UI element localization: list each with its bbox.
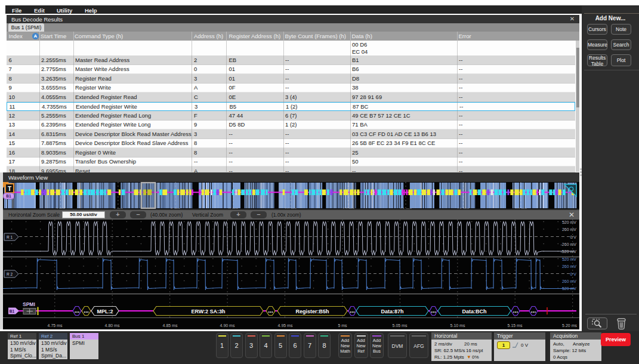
svg-text:4.75 ms: 4.75 ms — [48, 323, 63, 328]
svg-text:260 mV: 260 mV — [562, 279, 576, 283]
svg-text:-520 mV: -520 mV — [561, 249, 577, 254]
svg-text:4.85 ms: 4.85 ms — [163, 323, 178, 328]
svg-text:260 mV: 260 mV — [562, 227, 576, 232]
svg-text:-260 mV: -260 mV — [561, 242, 577, 246]
svg-text:5.15 ms: 5.15 ms — [508, 323, 523, 328]
svg-text:Data:87h: Data:87h — [381, 309, 403, 314]
svg-text:4.90 ms: 4.90 ms — [220, 323, 235, 328]
svg-text:4.80 ms: 4.80 ms — [105, 323, 120, 328]
svg-text:0 V: 0 V — [570, 235, 576, 239]
svg-text:520 mV: 520 mV — [562, 286, 576, 291]
svg-text:5 ms: 5 ms — [338, 323, 347, 328]
svg-text:5.20 ms: 5.20 ms — [562, 323, 577, 328]
svg-text:520 mV: 520 mV — [562, 257, 576, 261]
svg-text:R 2: R 2 — [7, 272, 13, 276]
svg-text:SPMI: SPMI — [23, 301, 35, 307]
svg-text:5.05 ms: 5.05 ms — [393, 323, 408, 328]
svg-text:B1: B1 — [10, 309, 15, 313]
svg-text:260 mV: 260 mV — [562, 264, 576, 269]
svg-text:B1: B1 — [6, 194, 11, 198]
svg-text:Register:B5h: Register:B5h — [295, 309, 329, 314]
svg-text:5.10 ms: 5.10 ms — [450, 323, 465, 328]
svg-text:Data:BCh: Data:BCh — [462, 309, 486, 314]
svg-text:0 V: 0 V — [570, 272, 576, 276]
svg-text:4.95 ms: 4.95 ms — [278, 323, 293, 328]
svg-text:ERW:2 SA:3h: ERW:2 SA:3h — [191, 309, 225, 314]
svg-text:520 mV: 520 mV — [562, 220, 576, 224]
svg-text:MPL:2: MPL:2 — [97, 309, 113, 314]
svg-text:R 1: R 1 — [7, 235, 13, 239]
svg-text:T: T — [8, 186, 11, 192]
